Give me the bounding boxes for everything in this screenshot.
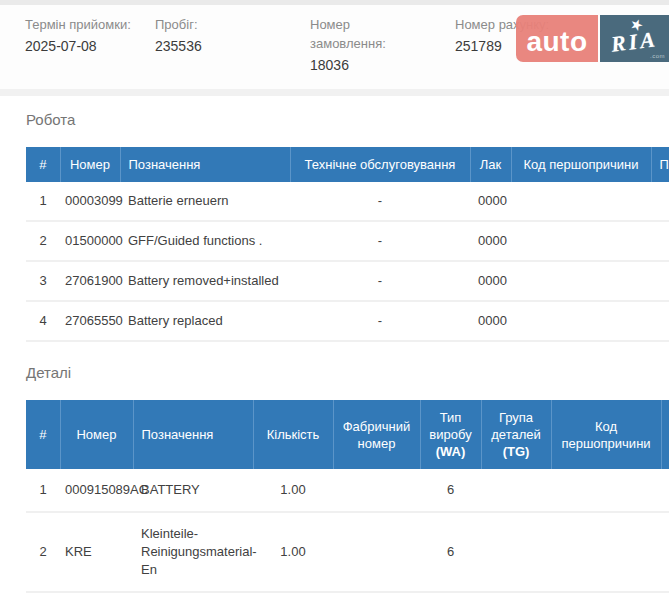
column-header: # — [26, 147, 60, 182]
column-header: Технічне обслуговування — [290, 147, 470, 182]
column-header: Тип виробу(WA) — [420, 400, 481, 469]
table-cell — [661, 512, 669, 592]
column-header: Кількість — [253, 400, 333, 469]
table-cell — [481, 512, 551, 592]
table-cell: Battery replaced — [120, 301, 290, 341]
table-cell: 0000 — [470, 261, 511, 301]
table-cell: 1 — [26, 469, 60, 512]
column-header: Код першопричини — [511, 147, 651, 182]
table-cell — [651, 221, 669, 261]
table-cell: 00003099 — [60, 182, 120, 221]
section-title-parts: Деталі — [26, 364, 669, 381]
field-order-number: Номер замовлення: 18036 — [310, 15, 422, 76]
work-table-header-row: #НомерПозначенняТехнічне обслуговуванняЛ… — [26, 147, 669, 182]
column-header: Номер — [60, 147, 120, 182]
table-cell: 01500000 — [60, 221, 120, 261]
table-cell: 6 — [420, 512, 481, 592]
table-cell: Batterie erneuern — [120, 182, 290, 221]
column-header: Код першопричини — [551, 400, 661, 469]
field-mileage: Пробіг: 235536 — [155, 15, 202, 57]
column-header — [661, 400, 669, 469]
table-cell: Kleinteile-Reinigungsmaterial-En — [133, 512, 253, 592]
field-label: Термін прийомки: — [25, 15, 131, 34]
table-cell: BATTERY — [133, 469, 253, 512]
table-cell: 4 — [26, 301, 60, 341]
work-table-wrap: #НомерПозначенняТехнічне обслуговуванняЛ… — [26, 147, 669, 342]
table-cell: 0000 — [470, 182, 511, 221]
order-summary-panel: Термін прийомки: 2025-07-08 Пробіг: 2355… — [0, 5, 669, 89]
table-cell: 2 — [26, 512, 60, 592]
parts-table-wrap: #НомерПозначенняКількістьФабричний номер… — [26, 400, 669, 593]
table-cell — [551, 469, 661, 512]
column-header: Позначення — [133, 400, 253, 469]
table-cell: - — [290, 261, 470, 301]
table-cell: 1 — [26, 182, 60, 221]
table-cell: 3 — [26, 261, 60, 301]
table-cell: 0000 — [470, 221, 511, 261]
table-cell — [511, 261, 651, 301]
table-cell — [511, 221, 651, 261]
table-row: 2KREKleinteile-Reinigungsmaterial-En1.00… — [26, 512, 669, 592]
table-row: 100003099Batterie erneuern-0000 — [26, 182, 669, 221]
column-header: Лак — [470, 147, 511, 182]
column-header: # — [26, 400, 60, 469]
column-header: Група деталей(TG) — [481, 400, 551, 469]
ria-domain-text: .com — [650, 53, 665, 59]
table-cell — [333, 469, 420, 512]
table-cell — [333, 512, 420, 592]
table-cell: 27061900 — [60, 261, 120, 301]
table-cell — [511, 182, 651, 221]
table-cell — [661, 469, 669, 512]
table-cell: 0000 — [470, 301, 511, 341]
parts-table-header-row: #НомерПозначенняКількістьФабричний номер… — [26, 400, 669, 469]
column-header: Номер — [60, 400, 133, 469]
table-cell: - — [290, 221, 470, 261]
table-cell: - — [290, 301, 470, 341]
field-value: 18036 — [310, 55, 422, 76]
table-cell — [511, 301, 651, 341]
table-cell: 1.00 — [253, 469, 333, 512]
section-title-work: Робота — [26, 111, 669, 128]
section-divider — [0, 89, 669, 96]
table-cell: 6 — [420, 469, 481, 512]
table-cell — [651, 182, 669, 221]
table-cell: KRE — [60, 512, 133, 592]
column-header: Фабричний номер — [333, 400, 420, 469]
table-cell: 000915089AC — [60, 469, 133, 512]
table-cell — [551, 512, 661, 592]
table-cell: 2 — [26, 221, 60, 261]
auto-logo-block: auto — [516, 15, 598, 62]
table-row: 427065550Battery replaced-0000 — [26, 301, 669, 341]
table-cell — [481, 469, 551, 512]
table-row: 1000915089ACBATTERY1.006 — [26, 469, 669, 512]
table-cell: 1.00 — [253, 512, 333, 592]
work-table: #НомерПозначенняТехнічне обслуговуванняЛ… — [26, 147, 669, 342]
parts-table: #НомерПозначенняКількістьФабричний номер… — [26, 400, 669, 593]
table-cell — [651, 261, 669, 301]
field-value: 235536 — [155, 36, 202, 57]
field-label: Номер замовлення: — [310, 15, 422, 53]
table-cell: Battery removed+installed — [120, 261, 290, 301]
table-row: 201500000GFF/Guided functions .-0000 — [26, 221, 669, 261]
field-value: 2025-07-08 — [25, 36, 131, 57]
column-header: П — [651, 147, 669, 182]
table-cell — [651, 301, 669, 341]
field-label: Пробіг: — [155, 15, 202, 34]
table-cell: - — [290, 182, 470, 221]
table-row: 327061900Battery removed+installed-0000 — [26, 261, 669, 301]
table-cell: 27065550 — [60, 301, 120, 341]
ria-logo-block: ★ RIA .com — [600, 15, 669, 62]
column-header: Позначення — [120, 147, 290, 182]
autoria-logo[interactable]: auto ★ RIA .com — [516, 15, 669, 62]
field-acceptance-date: Термін прийомки: 2025-07-08 — [25, 15, 131, 57]
table-cell: GFF/Guided functions . — [120, 221, 290, 261]
